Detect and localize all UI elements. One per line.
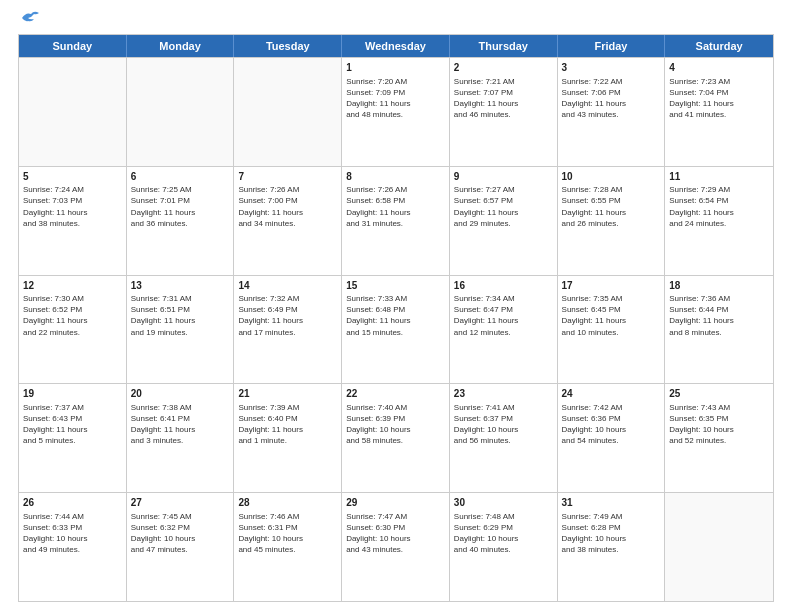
calendar-cell: 12Sunrise: 7:30 AMSunset: 6:52 PMDayligh… (19, 276, 127, 384)
cell-info-line: Sunset: 6:32 PM (131, 522, 230, 533)
calendar-cell: 10Sunrise: 7:28 AMSunset: 6:55 PMDayligh… (558, 167, 666, 275)
cell-info-line: Sunrise: 7:39 AM (238, 402, 337, 413)
cell-info-line: Daylight: 10 hours (238, 533, 337, 544)
calendar-week-row: 5Sunrise: 7:24 AMSunset: 7:03 PMDaylight… (19, 166, 773, 275)
day-number: 10 (562, 170, 661, 184)
calendar-cell: 19Sunrise: 7:37 AMSunset: 6:43 PMDayligh… (19, 384, 127, 492)
day-number: 31 (562, 496, 661, 510)
cell-info-line: Sunrise: 7:42 AM (562, 402, 661, 413)
cell-info-line: Sunrise: 7:31 AM (131, 293, 230, 304)
day-number: 2 (454, 61, 553, 75)
day-number: 17 (562, 279, 661, 293)
cell-info-line: Daylight: 11 hours (669, 315, 769, 326)
cell-info-line: Daylight: 11 hours (669, 207, 769, 218)
cell-info-line: Daylight: 11 hours (23, 315, 122, 326)
cell-info-line: Sunrise: 7:22 AM (562, 76, 661, 87)
cell-info-line: Sunset: 6:49 PM (238, 304, 337, 315)
cell-info-line: Sunset: 6:51 PM (131, 304, 230, 315)
cell-info-line: Daylight: 11 hours (346, 315, 445, 326)
cell-info-line: and 56 minutes. (454, 435, 553, 446)
header (18, 18, 774, 26)
calendar-cell (19, 58, 127, 166)
day-number: 19 (23, 387, 122, 401)
calendar-cell: 29Sunrise: 7:47 AMSunset: 6:30 PMDayligh… (342, 493, 450, 601)
calendar-body: 1Sunrise: 7:20 AMSunset: 7:09 PMDaylight… (19, 57, 773, 601)
cell-info-line: Sunset: 7:01 PM (131, 195, 230, 206)
calendar-cell: 1Sunrise: 7:20 AMSunset: 7:09 PMDaylight… (342, 58, 450, 166)
calendar-week-row: 1Sunrise: 7:20 AMSunset: 7:09 PMDaylight… (19, 57, 773, 166)
cell-info-line: and 46 minutes. (454, 109, 553, 120)
cell-info-line: Daylight: 11 hours (346, 207, 445, 218)
day-number: 20 (131, 387, 230, 401)
cell-info-line: Daylight: 11 hours (238, 315, 337, 326)
calendar-cell: 13Sunrise: 7:31 AMSunset: 6:51 PMDayligh… (127, 276, 235, 384)
cell-info-line: Daylight: 10 hours (23, 533, 122, 544)
cell-info-line: Daylight: 11 hours (562, 207, 661, 218)
cell-info-line: Sunrise: 7:37 AM (23, 402, 122, 413)
calendar-cell: 6Sunrise: 7:25 AMSunset: 7:01 PMDaylight… (127, 167, 235, 275)
cell-info-line: Sunrise: 7:46 AM (238, 511, 337, 522)
calendar-cell: 28Sunrise: 7:46 AMSunset: 6:31 PMDayligh… (234, 493, 342, 601)
cell-info-line: Sunrise: 7:43 AM (669, 402, 769, 413)
cell-info-line: Sunrise: 7:49 AM (562, 511, 661, 522)
cell-info-line: Daylight: 11 hours (238, 207, 337, 218)
calendar-cell: 18Sunrise: 7:36 AMSunset: 6:44 PMDayligh… (665, 276, 773, 384)
calendar-cell: 22Sunrise: 7:40 AMSunset: 6:39 PMDayligh… (342, 384, 450, 492)
cell-info-line: Sunset: 6:57 PM (454, 195, 553, 206)
cell-info-line: Daylight: 11 hours (131, 424, 230, 435)
cell-info-line: Sunset: 6:37 PM (454, 413, 553, 424)
cell-info-line: Daylight: 11 hours (454, 315, 553, 326)
cell-info-line: Daylight: 10 hours (131, 533, 230, 544)
calendar-cell: 31Sunrise: 7:49 AMSunset: 6:28 PMDayligh… (558, 493, 666, 601)
cell-info-line: Sunset: 7:06 PM (562, 87, 661, 98)
cell-info-line: and 58 minutes. (346, 435, 445, 446)
day-number: 11 (669, 170, 769, 184)
day-number: 22 (346, 387, 445, 401)
cell-info-line: Sunset: 7:07 PM (454, 87, 553, 98)
day-number: 23 (454, 387, 553, 401)
cell-info-line: Sunset: 6:28 PM (562, 522, 661, 533)
cell-info-line: Sunset: 7:03 PM (23, 195, 122, 206)
cell-info-line: and 24 minutes. (669, 218, 769, 229)
cell-info-line: Sunrise: 7:23 AM (669, 76, 769, 87)
cell-info-line: Sunrise: 7:35 AM (562, 293, 661, 304)
cell-info-line: and 17 minutes. (238, 327, 337, 338)
calendar-cell: 4Sunrise: 7:23 AMSunset: 7:04 PMDaylight… (665, 58, 773, 166)
cell-info-line: Sunrise: 7:20 AM (346, 76, 445, 87)
cell-info-line: and 3 minutes. (131, 435, 230, 446)
calendar-week-row: 12Sunrise: 7:30 AMSunset: 6:52 PMDayligh… (19, 275, 773, 384)
calendar-cell: 23Sunrise: 7:41 AMSunset: 6:37 PMDayligh… (450, 384, 558, 492)
calendar-cell: 26Sunrise: 7:44 AMSunset: 6:33 PMDayligh… (19, 493, 127, 601)
cell-info-line: Sunset: 6:45 PM (562, 304, 661, 315)
calendar-cell (127, 58, 235, 166)
day-number: 24 (562, 387, 661, 401)
cell-info-line: Sunrise: 7:34 AM (454, 293, 553, 304)
cell-info-line: and 41 minutes. (669, 109, 769, 120)
cell-info-line: and 26 minutes. (562, 218, 661, 229)
cell-info-line: Daylight: 11 hours (562, 98, 661, 109)
cell-info-line: Daylight: 10 hours (346, 533, 445, 544)
cell-info-line: and 47 minutes. (131, 544, 230, 555)
logo-bird-icon (20, 10, 42, 26)
cell-info-line: Sunset: 6:30 PM (346, 522, 445, 533)
day-number: 30 (454, 496, 553, 510)
calendar-header-cell: Friday (558, 35, 666, 57)
calendar-header-cell: Saturday (665, 35, 773, 57)
cell-info-line: and 40 minutes. (454, 544, 553, 555)
day-number: 26 (23, 496, 122, 510)
day-number: 12 (23, 279, 122, 293)
calendar-cell: 24Sunrise: 7:42 AMSunset: 6:36 PMDayligh… (558, 384, 666, 492)
day-number: 4 (669, 61, 769, 75)
day-number: 27 (131, 496, 230, 510)
calendar-cell: 30Sunrise: 7:48 AMSunset: 6:29 PMDayligh… (450, 493, 558, 601)
cell-info-line: Sunrise: 7:26 AM (238, 184, 337, 195)
cell-info-line: and 43 minutes. (562, 109, 661, 120)
day-number: 9 (454, 170, 553, 184)
day-number: 6 (131, 170, 230, 184)
day-number: 15 (346, 279, 445, 293)
cell-info-line: Sunset: 6:35 PM (669, 413, 769, 424)
calendar-header-cell: Thursday (450, 35, 558, 57)
cell-info-line: Daylight: 11 hours (454, 98, 553, 109)
cell-info-line: Daylight: 11 hours (454, 207, 553, 218)
day-number: 25 (669, 387, 769, 401)
